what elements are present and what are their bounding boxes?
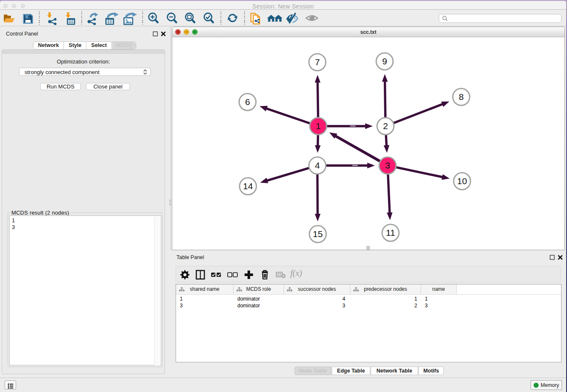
svg-text:2: 2 [383, 121, 388, 131]
svg-text:9: 9 [382, 56, 387, 66]
svg-text:11: 11 [386, 228, 395, 237]
svg-text:15: 15 [313, 229, 322, 239]
svg-text:6: 6 [245, 97, 250, 107]
svg-text:1: 1 [316, 121, 321, 131]
svg-text:8: 8 [459, 92, 464, 102]
svg-text:3: 3 [385, 160, 390, 170]
svg-text:4: 4 [315, 160, 320, 170]
svg-text:10: 10 [457, 176, 467, 186]
svg-text:14: 14 [243, 181, 253, 191]
svg-text:7: 7 [315, 57, 320, 67]
